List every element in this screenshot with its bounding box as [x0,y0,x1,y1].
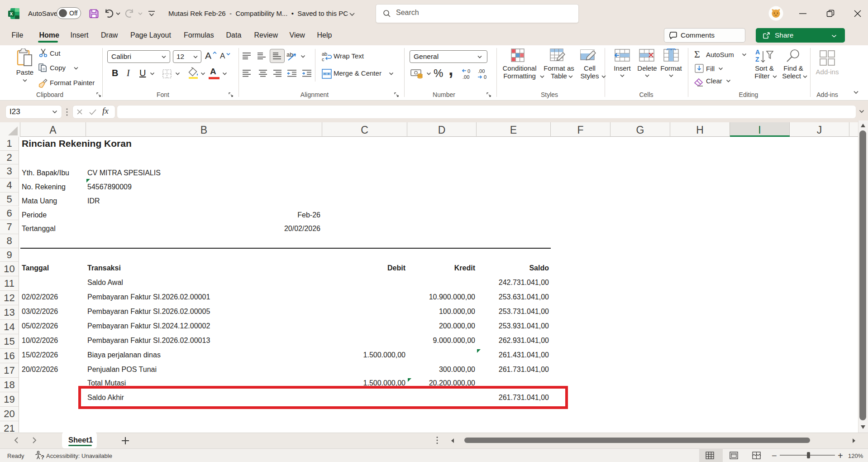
svg-text:A: A [755,48,760,56]
svg-text:ab: ab [322,51,327,57]
svg-text:0: 0 [484,74,486,80]
svg-text:0: 0 [467,68,470,74]
svg-text:Z: Z [755,56,759,63]
svg-text:c: c [322,57,324,62]
svg-text:x: x [10,10,13,17]
svg-text:?: ? [41,454,44,460]
svg-text:.00: .00 [463,74,469,80]
svg-text:.00: .00 [478,68,485,74]
